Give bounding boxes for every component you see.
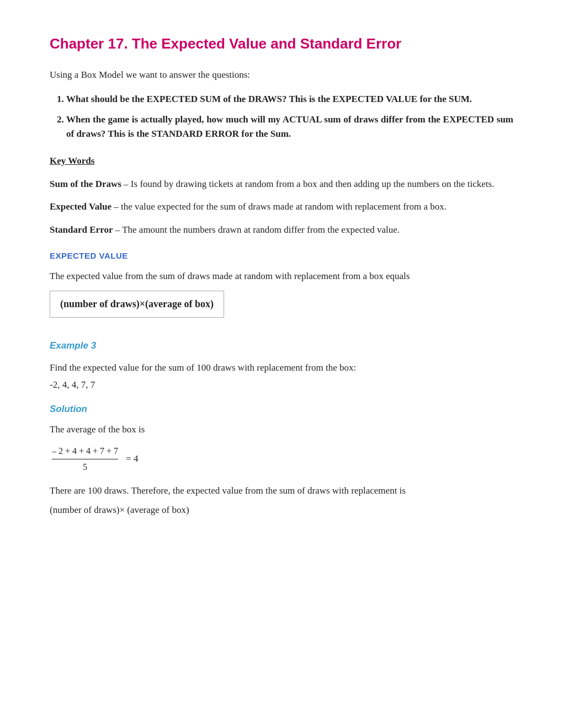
term-expected-value: Expected Value	[50, 201, 111, 212]
expected-value-formula-box: (number of draws)×(average of box)	[50, 291, 224, 318]
example3-section: Example 3 Find the expected value for th…	[50, 339, 513, 392]
fraction-numerator: – 2 + 4 + 4 + 7 + 7	[52, 445, 118, 459]
example3-heading: Example 3	[50, 339, 513, 353]
separator-0: –	[121, 179, 131, 189]
example3-line1: Find the expected value for the sum of 1…	[50, 361, 513, 375]
avg-intro-text: The average of the box is	[50, 422, 513, 437]
key-words-heading: Key Words	[50, 154, 513, 168]
avg-calculation: – 2 + 4 + 4 + 7 + 7 5 = 4	[50, 445, 513, 474]
definition-text-2: The amount the numbers drawn at random d…	[122, 224, 400, 235]
expected-value-intro: The expected value from the sum of draws…	[50, 269, 513, 283]
solution-heading: Solution	[50, 402, 513, 416]
intro-text: Using a Box Model we want to answer the …	[50, 68, 513, 82]
term-sum-of-draws: Sum of the Draws	[50, 179, 121, 189]
definition-sum-of-draws: Sum of the Draws – Is found by drawing t…	[50, 177, 513, 191]
key-words-section: Key Words Sum of the Draws – Is found by…	[50, 154, 513, 237]
list-item-1: What should be the EXPECTED SUM of the D…	[66, 92, 513, 106]
term-standard-error: Standard Error	[50, 224, 113, 235]
fraction-denominator: 5	[83, 459, 87, 474]
definition-expected-value: Expected Value – the value expected for …	[50, 200, 513, 214]
example3-line2: -2, 4, 4, 7, 7	[50, 378, 513, 392]
equals-sign: = 4	[126, 452, 138, 466]
expected-value-heading: EXPECTED VALUE	[50, 250, 513, 263]
definition-text-0: Is found by drawing tickets at random fr…	[131, 179, 495, 189]
chapter-title: Chapter 17. The Expected Value and Stand…	[50, 33, 513, 55]
conclusion-text: There are 100 draws. Therefore, the expe…	[50, 484, 513, 498]
separator-1: –	[111, 201, 121, 212]
fraction: – 2 + 4 + 4 + 7 + 7 5	[52, 445, 118, 474]
list-item-2: When the game is actually played, how mu…	[66, 113, 513, 141]
separator-2: –	[113, 224, 122, 235]
formula-inline: (number of draws)× (average of box)	[50, 503, 513, 517]
definition-text-1: the value expected for the sum of draws …	[121, 201, 447, 212]
main-question-list: What should be the EXPECTED SUM of the D…	[66, 92, 513, 141]
solution-section: Solution The average of the box is – 2 +…	[50, 402, 513, 517]
expected-value-section: EXPECTED VALUE The expected value from t…	[50, 250, 513, 328]
definition-standard-error: Standard Error – The amount the numbers …	[50, 223, 513, 237]
